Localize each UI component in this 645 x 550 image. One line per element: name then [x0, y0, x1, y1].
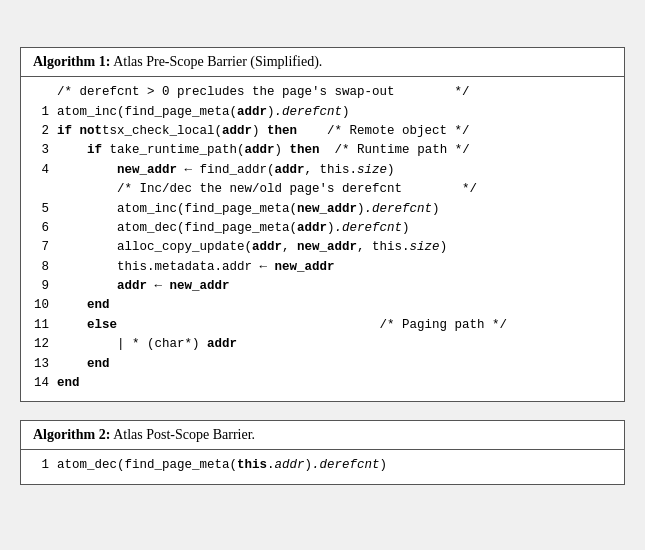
line-content: | * (char*) addr	[57, 335, 616, 354]
line-content: end	[57, 355, 616, 374]
algorithm-1-box: Algorithm 1: Atlas Pre-Scope Barrier (Si…	[20, 47, 625, 402]
table-row: 2 if nottsx_check_local(addr) then /* Re…	[29, 122, 616, 141]
line-content: if nottsx_check_local(addr) then /* Remo…	[57, 122, 616, 141]
line-number: 13	[29, 355, 49, 374]
line-content: atom_dec(find_page_meta(this.addr).deref…	[57, 456, 616, 475]
table-row: 9 addr ← new_addr	[29, 277, 616, 296]
line-content: if take_runtime_path(addr) then /* Runti…	[57, 141, 616, 160]
line-number: 7	[29, 238, 49, 257]
algorithm-2-header: Algorithm 2: Atlas Post-Scope Barrier.	[21, 421, 624, 450]
line-number: 12	[29, 335, 49, 354]
line-number: 5	[29, 200, 49, 219]
line-number: 6	[29, 219, 49, 238]
table-row: 6 atom_dec(find_page_meta(addr).derefcnt…	[29, 219, 616, 238]
line-number: 4	[29, 161, 49, 180]
algo1-label: Algorithm 1:	[33, 54, 110, 69]
algorithm-1-header: Algorithm 1: Atlas Pre-Scope Barrier (Si…	[21, 48, 624, 77]
algorithm-2-box: Algorithm 2: Atlas Post-Scope Barrier. 1…	[20, 420, 625, 484]
table-row: 7 alloc_copy_update(addr, new_addr, this…	[29, 238, 616, 257]
line-content: atom_inc(find_page_meta(new_addr).derefc…	[57, 200, 616, 219]
table-row: 3 if take_runtime_path(addr) then /* Run…	[29, 141, 616, 160]
table-row: 5 atom_inc(find_page_meta(new_addr).dere…	[29, 200, 616, 219]
table-row: 13 end	[29, 355, 616, 374]
table-row: 10 end	[29, 296, 616, 315]
line-content: else /* Paging path */	[57, 316, 616, 335]
table-row: 8 this.metadata.addr ← new_addr	[29, 258, 616, 277]
line-number: 2	[29, 122, 49, 141]
line-number: 9	[29, 277, 49, 296]
line-number: 11	[29, 316, 49, 335]
algo2-title: Atlas Post-Scope Barrier.	[113, 427, 255, 442]
line-number: 10	[29, 296, 49, 315]
line-number: 1	[29, 103, 49, 122]
table-row: /* Inc/dec the new/old page's derefcnt *…	[29, 180, 616, 199]
line-content: /* Inc/dec the new/old page's derefcnt *…	[57, 180, 616, 199]
table-row: 4 new_addr ← find_addr(addr, this.size)	[29, 161, 616, 180]
table-row: 1 atom_inc(find_page_meta(addr).derefcnt…	[29, 103, 616, 122]
line-content: addr ← new_addr	[57, 277, 616, 296]
algo2-body: 1 atom_dec(find_page_meta(this.addr).der…	[21, 450, 624, 483]
line-content: atom_inc(find_page_meta(addr).derefcnt)	[57, 103, 616, 122]
algo1-body: /* derefcnt > 0 precludes the page's swa…	[21, 77, 624, 401]
line-number: 1	[29, 456, 49, 475]
line-content: this.metadata.addr ← new_addr	[57, 258, 616, 277]
algo1-comment0: /* derefcnt > 0 precludes the page's swa…	[29, 83, 616, 102]
line-number: 14	[29, 374, 49, 393]
algo2-label: Algorithm 2:	[33, 427, 110, 442]
line-content: end	[57, 374, 616, 393]
line-content: end	[57, 296, 616, 315]
line-number: 8	[29, 258, 49, 277]
line-content: alloc_copy_update(addr, new_addr, this.s…	[57, 238, 616, 257]
line-number: 3	[29, 141, 49, 160]
algo1-title: Atlas Pre-Scope Barrier (Simplified).	[113, 54, 322, 69]
table-row: 11 else /* Paging path */	[29, 316, 616, 335]
table-row: 14 end	[29, 374, 616, 393]
table-row: 12 | * (char*) addr	[29, 335, 616, 354]
line-content: new_addr ← find_addr(addr, this.size)	[57, 161, 616, 180]
line-content: atom_dec(find_page_meta(addr).derefcnt)	[57, 219, 616, 238]
table-row: 1 atom_dec(find_page_meta(this.addr).der…	[29, 456, 616, 475]
